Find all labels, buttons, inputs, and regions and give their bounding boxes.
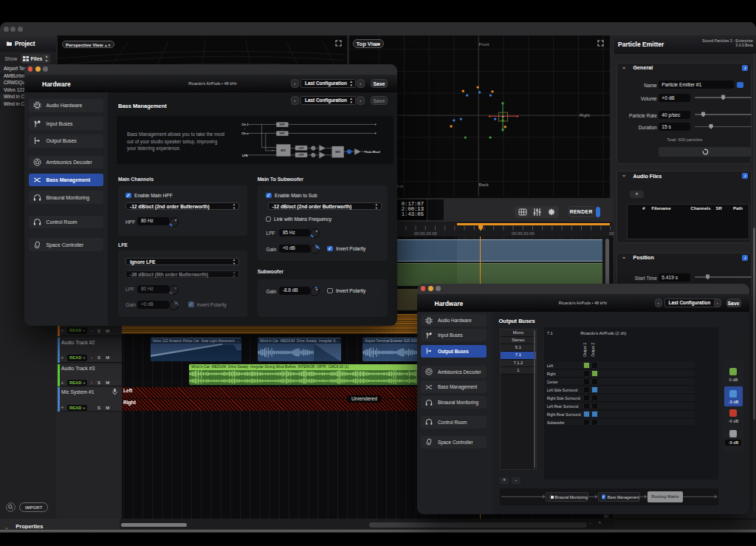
svg-text:Sub-Woofer: Sub-Woofer: [365, 150, 380, 154]
svg-text:Ch 1: Ch 1: [241, 123, 249, 126]
svg-text:LFE: LFE: [242, 154, 248, 157]
svg-text:HPF: HPF: [280, 123, 286, 126]
svg-text:Ch n: Ch n: [241, 132, 249, 135]
svg-text:MIX: MIX: [281, 149, 286, 152]
svg-text:LPF: LPF: [298, 154, 304, 157]
svg-text:...: ...: [281, 128, 284, 131]
svg-text:...: ...: [244, 127, 246, 130]
svg-text:MIX: MIX: [335, 151, 340, 154]
svg-text:LPF: LPF: [298, 147, 304, 150]
svg-text:HPF: HPF: [280, 132, 286, 135]
